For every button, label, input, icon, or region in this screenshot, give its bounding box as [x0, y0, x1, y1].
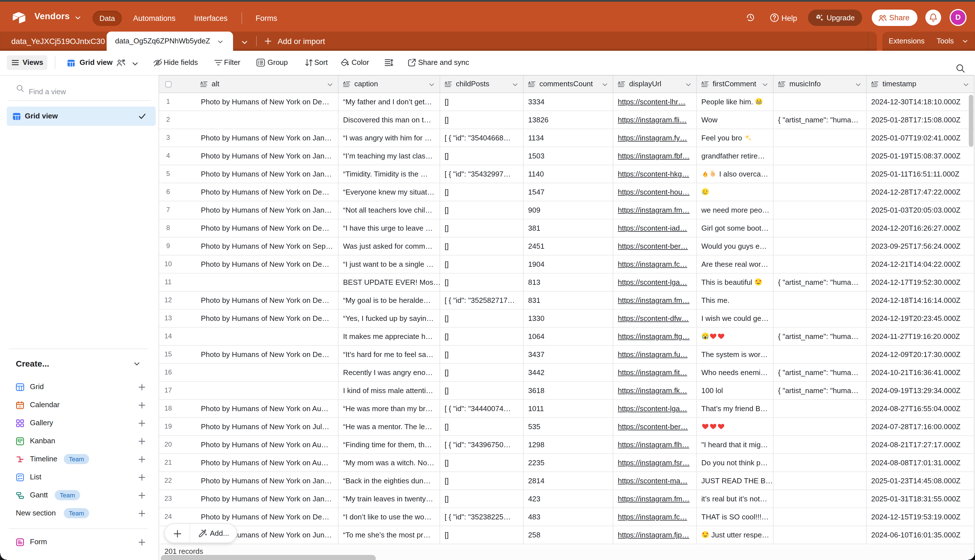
svg-text:31: 31 [18, 405, 22, 408]
